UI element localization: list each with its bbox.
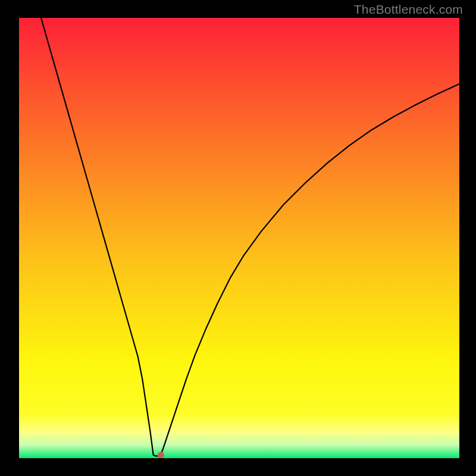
chart-canvas	[19, 18, 459, 458]
chart-frame: TheBottleneck.com	[0, 0, 476, 476]
watermark-text: TheBottleneck.com	[354, 2, 463, 17]
gradient-background	[19, 18, 459, 458]
plot-area	[19, 18, 459, 458]
minimum-marker	[158, 452, 164, 458]
